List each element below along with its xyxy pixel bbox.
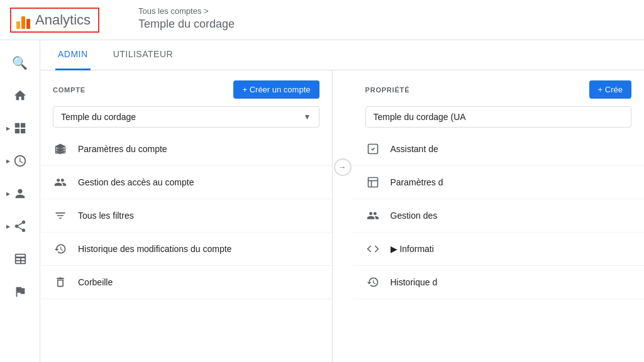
users-icon xyxy=(53,175,68,190)
menu-item-parametres-compte[interactable]: Paramètres du compte xyxy=(40,133,332,166)
property-menu-item-historique[interactable]: Historique d xyxy=(353,266,645,299)
menu-item-label: ▶ Informati xyxy=(391,244,434,254)
menu-item-label: Historique des modifications du compte xyxy=(78,244,231,254)
menu-item-label: Historique d xyxy=(391,277,438,287)
tab-utilisateur[interactable]: UTILISATEUR xyxy=(111,40,175,70)
breadcrumb[interactable]: Tous les comptes > xyxy=(138,6,209,16)
sidebar-icon-clock[interactable] xyxy=(5,146,35,176)
menu-item-gestion-acces[interactable]: Gestion des accès au compte xyxy=(40,166,332,199)
analytics-logo-icon xyxy=(16,11,30,29)
account-label: Compte xyxy=(53,86,86,94)
menu-item-label: Gestion des accès au compte xyxy=(78,177,194,187)
property-title: Temple du cordage xyxy=(138,18,235,31)
column-divider-arrow: → xyxy=(333,70,353,362)
main-content: ADMIN UTILISATEUR Compte + Créer un comp… xyxy=(40,40,644,362)
property-label: Propriété xyxy=(365,86,410,94)
account-dropdown[interactable]: Temple du cordage ▼ xyxy=(53,106,319,128)
sidebar-icon-share[interactable] xyxy=(5,211,35,241)
sidebar-icon-search[interactable]: 🔍 xyxy=(5,48,35,78)
checkbox-icon xyxy=(365,141,380,156)
history-icon xyxy=(53,241,68,256)
dropdown-arrow-icon: ▼ xyxy=(304,112,311,121)
tabs-bar: ADMIN UTILISATEUR xyxy=(40,40,644,70)
account-column: Compte + Créer un compte Temple du corda… xyxy=(40,70,333,362)
property-menu-item-assistant[interactable]: Assistant de xyxy=(353,133,645,166)
sidebar: 🔍 xyxy=(0,40,40,362)
layout-icon xyxy=(365,175,380,190)
property-column: Propriété + Crée Temple du cordage (UA A… xyxy=(353,70,645,362)
users2-icon xyxy=(365,208,380,223)
account-column-header: Compte + Créer un compte xyxy=(40,70,332,106)
filter-icon xyxy=(53,208,68,223)
tab-admin[interactable]: ADMIN xyxy=(55,40,91,70)
menu-item-label: Assistant de xyxy=(391,144,438,154)
menu-item-label: Tous les filtres xyxy=(78,211,134,221)
logo-area: Analytics xyxy=(10,8,99,33)
history2-icon xyxy=(365,275,380,290)
create-account-button[interactable]: + Créer un compte xyxy=(233,80,319,99)
sidebar-icon-person[interactable] xyxy=(5,178,35,209)
menu-item-label: Paramètres du compte xyxy=(78,144,167,154)
property-menu-item-info[interactable]: ▶ Informati xyxy=(353,233,645,266)
logo-text: Analytics xyxy=(35,12,91,28)
arrow-circle-icon: → xyxy=(334,158,352,176)
account-dropdown-value: Temple du cordage xyxy=(61,112,136,122)
code-icon xyxy=(365,241,380,256)
menu-item-label: Gestion des xyxy=(391,211,438,221)
property-menu-item-parametres[interactable]: Paramètres d xyxy=(353,166,645,199)
sidebar-icon-table[interactable] xyxy=(5,244,35,274)
create-property-button[interactable]: + Crée xyxy=(589,80,631,99)
svg-rect-8 xyxy=(368,178,377,187)
menu-item-corbeille[interactable]: Corbeille xyxy=(40,266,332,299)
trash-icon xyxy=(53,275,68,290)
sidebar-icon-dashboard[interactable] xyxy=(5,113,35,143)
property-dropdown[interactable]: Temple du cordage (UA xyxy=(365,106,632,128)
sidebar-icon-home[interactable] xyxy=(5,80,35,111)
content-area: Compte + Créer un compte Temple du corda… xyxy=(40,70,644,362)
header: Analytics Tous les comptes > Temple du c… xyxy=(0,0,644,40)
property-column-header: Propriété + Crée xyxy=(353,70,645,106)
property-menu-item-gestion[interactable]: Gestion des xyxy=(353,199,645,233)
menu-item-label: Paramètres d xyxy=(391,177,443,187)
menu-item-historique[interactable]: Historique des modifications du compte xyxy=(40,233,332,266)
sidebar-icon-flag[interactable] xyxy=(5,277,35,307)
menu-item-filtres[interactable]: Tous les filtres xyxy=(40,199,332,233)
property-dropdown-value: Temple du cordage (UA xyxy=(374,112,466,122)
menu-item-label: Corbeille xyxy=(78,277,113,287)
building-icon xyxy=(53,141,68,156)
